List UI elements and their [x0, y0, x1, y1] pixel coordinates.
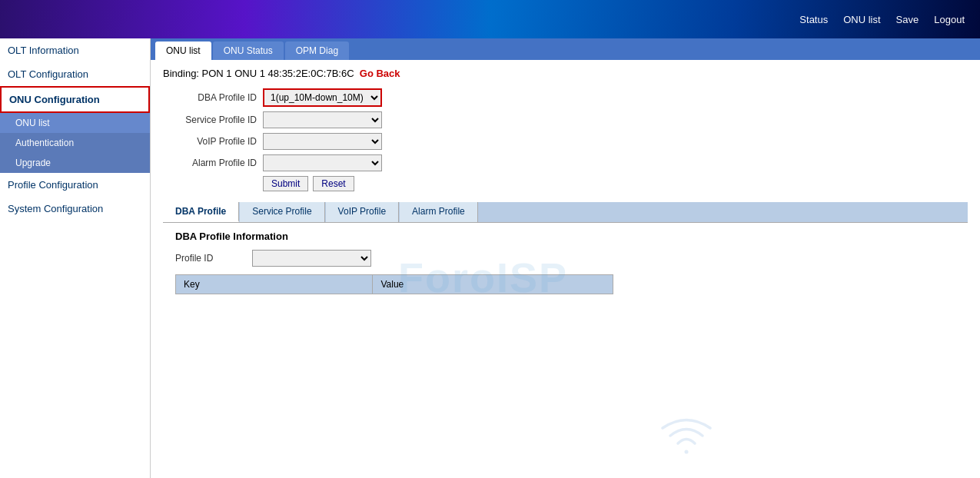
alarm-profile-id-select[interactable]	[263, 154, 382, 171]
main-tab-bar: ONU list ONU Status OPM Diag	[151, 38, 980, 60]
layout: OLT Information OLT Configuration ONU Co…	[0, 38, 980, 478]
table-col-value: Value	[373, 275, 613, 294]
dba-profile-id-select[interactable]: 1(up_10M-down_10M)	[263, 88, 382, 107]
sidebar-sub-item-onu-list[interactable]: ONU list	[0, 113, 150, 133]
alarm-profile-id-label: Alarm Profile ID	[163, 158, 263, 168]
reset-button[interactable]: Reset	[313, 176, 354, 191]
voip-profile-id-row: VoIP Profile ID	[163, 133, 968, 150]
dba-profile-id-row: DBA Profile ID 1(up_10M-down_10M)	[163, 88, 968, 107]
submit-button[interactable]: Submit	[263, 176, 308, 191]
go-back-link[interactable]: Go Back	[360, 68, 400, 79]
tab-onu-list[interactable]: ONU list	[155, 41, 211, 60]
voip-profile-id-select[interactable]	[263, 133, 382, 150]
status-link[interactable]: Status	[799, 14, 828, 25]
profile-tab-alarm[interactable]: Alarm Profile	[400, 202, 478, 222]
sidebar-item-olt-configuration[interactable]: OLT Configuration	[0, 62, 150, 86]
topbar-links: Status ONU list Save Logout	[799, 14, 965, 25]
sidebar-item-profile-configuration[interactable]: Profile Configuration	[0, 173, 150, 197]
voip-profile-id-label: VoIP Profile ID	[163, 136, 263, 147]
profile-tabs-bar: DBA Profile Service Profile VoIP Profile…	[163, 202, 968, 223]
service-profile-id-label: Service Profile ID	[163, 115, 263, 125]
tab-opm-diag[interactable]: OPM Diag	[285, 41, 349, 60]
binding-form: DBA Profile ID 1(up_10M-down_10M) Servic…	[163, 88, 968, 191]
dba-profile-info-title: DBA Profile Information	[175, 231, 955, 242]
profile-tab-dba[interactable]: DBA Profile	[163, 202, 239, 222]
dba-profile-id-label: DBA Profile ID	[163, 92, 263, 103]
sidebar-item-onu-configuration[interactable]: ONU Configuration	[0, 86, 150, 113]
dba-info-table: Key Value	[175, 274, 613, 294]
wifi-icon	[659, 415, 713, 461]
dba-profile-info: DBA Profile Information Profile ID Key V…	[163, 223, 968, 302]
sidebar-item-olt-information[interactable]: OLT Information	[0, 38, 150, 62]
topbar: Status ONU list Save Logout	[0, 0, 980, 38]
main-content: ONU list ONU Status OPM Diag Binding: PO…	[151, 38, 980, 478]
dba-profile-id-info-select[interactable]	[252, 250, 371, 267]
form-buttons: Submit Reset	[263, 176, 968, 191]
profile-tab-service[interactable]: Service Profile	[240, 202, 324, 222]
save-link[interactable]: Save	[896, 14, 919, 25]
service-profile-id-select[interactable]	[263, 111, 382, 128]
profile-tab-voip[interactable]: VoIP Profile	[326, 202, 399, 222]
table-col-key: Key	[176, 275, 373, 294]
dba-profile-id-info-label: Profile ID	[175, 253, 252, 264]
binding-text: Binding: PON 1 ONU 1 48:35:2E:0C:7B:6C	[163, 68, 354, 79]
sidebar-item-system-configuration[interactable]: System Configuration	[0, 197, 150, 221]
sidebar-sub-item-authentication[interactable]: Authentication	[0, 133, 150, 153]
logout-link[interactable]: Logout	[934, 14, 965, 25]
tab-onu-status[interactable]: ONU Status	[213, 41, 284, 60]
content-area: Binding: PON 1 ONU 1 48:35:2E:0C:7B:6C G…	[151, 60, 980, 310]
service-profile-id-row: Service Profile ID	[163, 111, 968, 128]
binding-bar: Binding: PON 1 ONU 1 48:35:2E:0C:7B:6C G…	[163, 68, 968, 79]
sidebar: OLT Information OLT Configuration ONU Co…	[0, 38, 151, 478]
sidebar-sub-menu: ONU list Authentication Upgrade	[0, 113, 150, 173]
onu-list-link[interactable]: ONU list	[843, 14, 880, 25]
sidebar-sub-item-upgrade[interactable]: Upgrade	[0, 153, 150, 173]
dba-profile-id-info-row: Profile ID	[175, 250, 955, 267]
alarm-profile-id-row: Alarm Profile ID	[163, 154, 968, 171]
